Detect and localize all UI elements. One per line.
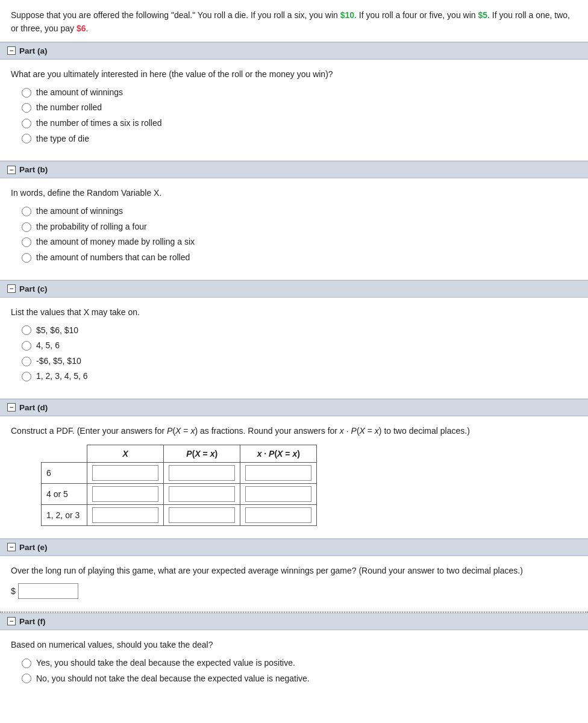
part-b-header: − Part (b) bbox=[0, 161, 588, 178]
part-f-body: Based on numerical values, should you ta… bbox=[0, 630, 588, 700]
part-b-body: In words, define the Random Variable X. … bbox=[0, 178, 588, 280]
part-c-option-2[interactable]: 4, 5, 6 bbox=[22, 340, 577, 352]
row-label-3: 1, 2, or 3 bbox=[42, 504, 87, 525]
part-f-header: − Part (f) bbox=[0, 613, 588, 630]
part-f-option-1[interactable]: Yes, you should take the deal because th… bbox=[22, 657, 577, 669]
input-px-2[interactable] bbox=[169, 486, 235, 502]
part-c-radio-3[interactable] bbox=[22, 357, 31, 366]
part-b-option-3[interactable]: the amount of money made by rolling a si… bbox=[22, 236, 577, 248]
part-c-body: List the values that X may take on. $5, … bbox=[0, 298, 588, 399]
part-f-question: Based on numerical values, should you ta… bbox=[11, 639, 577, 651]
input-x-2[interactable] bbox=[92, 486, 158, 502]
part-a-label-1: the amount of winnings bbox=[36, 87, 123, 99]
part-c-option-3[interactable]: -$6, $5, $10 bbox=[22, 355, 577, 368]
part-d-question: Construct a PDF. (Enter your answers for… bbox=[11, 425, 577, 437]
collapse-a-icon[interactable]: − bbox=[7, 46, 16, 55]
part-b-label-3: the amount of money made by rolling a si… bbox=[36, 236, 195, 248]
dollar-input-wrapper: $ bbox=[11, 583, 577, 599]
part-c-radio-1[interactable] bbox=[22, 325, 31, 335]
part-a-option-2[interactable]: the number rolled bbox=[22, 102, 577, 114]
part-c-label-1: $5, $6, $10 bbox=[36, 325, 78, 337]
input-x-1[interactable] bbox=[92, 465, 158, 481]
cell-px-2[interactable] bbox=[164, 483, 240, 504]
part-b-option-4[interactable]: the amount of numbers that can be rolled bbox=[22, 252, 577, 264]
input-xpx-3[interactable] bbox=[245, 507, 311, 523]
part-c-question: List the values that X may take on. bbox=[11, 306, 577, 319]
col-header-x: X bbox=[87, 445, 164, 462]
part-f-label-2: No, you should not take the deal because… bbox=[36, 673, 310, 685]
part-a-option-1[interactable]: the amount of winnings bbox=[22, 87, 577, 99]
part-e-header: − Part (e) bbox=[0, 539, 588, 556]
col-header-xpx: x · P(X = x) bbox=[240, 445, 317, 462]
part-a-radio-2[interactable] bbox=[22, 103, 31, 113]
part-a-radio-3[interactable] bbox=[22, 119, 31, 128]
part-b-question: In words, define the Random Variable X. bbox=[11, 187, 577, 199]
part-b-title: Part (b) bbox=[19, 165, 48, 174]
dollar-sign: $ bbox=[11, 586, 16, 596]
part-b-radio-3[interactable] bbox=[22, 237, 31, 247]
collapse-d-icon[interactable]: − bbox=[7, 403, 16, 412]
row-label-2: 4 or 5 bbox=[42, 483, 87, 504]
table-row: 6 bbox=[42, 462, 317, 483]
collapse-c-icon[interactable]: − bbox=[7, 284, 16, 293]
part-c-label-3: -$6, $5, $10 bbox=[36, 355, 81, 368]
part-a-label-3: the number of times a six is rolled bbox=[36, 117, 162, 130]
input-px-1[interactable] bbox=[169, 465, 235, 481]
part-a-title: Part (a) bbox=[19, 46, 48, 55]
part-c-option-1[interactable]: $5, $6, $10 bbox=[22, 325, 577, 337]
pay-amount: $6 bbox=[77, 23, 86, 33]
part-b-radio-1[interactable] bbox=[22, 207, 31, 216]
collapse-e-icon[interactable]: − bbox=[7, 543, 16, 551]
part-c-label-2: 4, 5, 6 bbox=[36, 340, 60, 352]
part-a-header: − Part (a) bbox=[0, 42, 588, 60]
part-a-option-4[interactable]: the type of die bbox=[22, 133, 577, 145]
part-f-title: Part (f) bbox=[19, 617, 46, 626]
col-header-px: P(X = x) bbox=[164, 445, 240, 462]
part-b-radio-2[interactable] bbox=[22, 222, 31, 232]
part-e-question: Over the long run of playing this game, … bbox=[11, 565, 577, 577]
part-f-radio-1[interactable] bbox=[22, 659, 31, 668]
table-row: 4 or 5 bbox=[42, 483, 317, 504]
win-six: $10 bbox=[340, 10, 354, 20]
input-px-3[interactable] bbox=[169, 507, 235, 523]
input-xpx-1[interactable] bbox=[245, 465, 311, 481]
cell-xpx-2[interactable] bbox=[240, 483, 317, 504]
part-a-option-3[interactable]: the number of times a six is rolled bbox=[22, 117, 577, 130]
part-b-label-1: the amount of winnings bbox=[36, 205, 123, 218]
part-f-option-2[interactable]: No, you should not take the deal because… bbox=[22, 673, 577, 685]
part-c-label-4: 1, 2, 3, 4, 5, 6 bbox=[36, 371, 88, 383]
part-b-option-1[interactable]: the amount of winnings bbox=[22, 205, 577, 218]
cell-x-2[interactable] bbox=[87, 483, 164, 504]
input-x-3[interactable] bbox=[92, 507, 158, 523]
part-c-option-4[interactable]: 1, 2, 3, 4, 5, 6 bbox=[22, 371, 577, 383]
part-a-label-2: the number rolled bbox=[36, 102, 102, 114]
cell-px-3[interactable] bbox=[164, 504, 240, 525]
part-b-option-2[interactable]: the probability of rolling a four bbox=[22, 221, 577, 233]
row-label-1: 6 bbox=[42, 462, 87, 483]
part-b-radio-4[interactable] bbox=[22, 253, 31, 263]
cell-px-1[interactable] bbox=[164, 462, 240, 483]
part-b-label-2: the probability of rolling a four bbox=[36, 221, 147, 233]
part-f-label-1: Yes, you should take the deal because th… bbox=[36, 657, 295, 669]
part-a-radio-1[interactable] bbox=[22, 88, 31, 98]
part-e-body: Over the long run of playing this game, … bbox=[0, 556, 588, 612]
part-a-body: What are you ultimately interested in he… bbox=[0, 60, 588, 161]
part-b-label-4: the amount of numbers that can be rolled bbox=[36, 252, 190, 264]
expected-value-input[interactable] bbox=[18, 583, 78, 599]
part-e-title: Part (e) bbox=[19, 543, 48, 552]
part-c-radio-2[interactable] bbox=[22, 341, 31, 351]
intro-text: Suppose that you are offered the followi… bbox=[0, 0, 588, 42]
cell-x-3[interactable] bbox=[87, 504, 164, 525]
part-c-radio-4[interactable] bbox=[22, 372, 31, 381]
cell-xpx-3[interactable] bbox=[240, 504, 317, 525]
collapse-b-icon[interactable]: − bbox=[7, 166, 16, 174]
collapse-f-icon[interactable]: − bbox=[7, 617, 16, 625]
part-a-radio-4[interactable] bbox=[22, 134, 31, 143]
part-a-label-4: the type of die bbox=[36, 133, 89, 145]
part-a-question: What are you ultimately interested in he… bbox=[11, 68, 577, 81]
part-d-body: Construct a PDF. (Enter your answers for… bbox=[0, 416, 588, 539]
cell-x-1[interactable] bbox=[87, 462, 164, 483]
part-f-radio-2[interactable] bbox=[22, 674, 31, 683]
input-xpx-2[interactable] bbox=[245, 486, 311, 502]
cell-xpx-1[interactable] bbox=[240, 462, 317, 483]
